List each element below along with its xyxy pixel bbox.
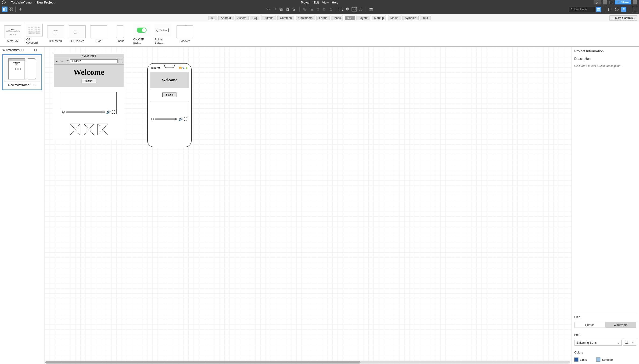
breadcrumb-project[interactable]: Test Wireframe (11, 1, 32, 4)
color-selection[interactable]: Selection (596, 358, 614, 362)
zoom-fit-icon[interactable] (358, 6, 363, 12)
font-size-select[interactable]: 13▽ (623, 340, 636, 346)
skin-sketch[interactable]: Sketch (574, 322, 605, 328)
library-item-picker[interactable]: · · ·— — —· · ·iOS Picker (69, 26, 86, 43)
category-layout[interactable]: Layout (356, 16, 370, 20)
clipboard-icon[interactable] (291, 6, 297, 12)
category-icons[interactable]: Icons (331, 16, 343, 20)
inspector-title: Project Information (574, 49, 636, 53)
skin-label: Skin (574, 315, 636, 319)
svg-point-28 (22, 50, 22, 51)
toggle-library-icon[interactable] (596, 7, 601, 12)
canvas[interactable]: A Web Page ← → ⟳ https:// ☰ Welcome Butt… (45, 47, 571, 364)
category-ios[interactable]: iOS (345, 16, 355, 20)
copy-icon[interactable] (278, 6, 284, 12)
library-item-keyboard[interactable]: ▢▢▢▢▢▢▢▢▢▢▢▢▢▢▢▢▢▢▢▢▢▢▢▢▢▢▢▢▢▢▢▢iOS Keyb… (26, 24, 43, 44)
svg-rect-8 (280, 9, 282, 10)
account-avatar[interactable] (633, 0, 637, 4)
menu-edit[interactable]: Edit (314, 1, 319, 4)
library-item-ipad[interactable]: iPad (90, 26, 107, 43)
add-wireframe-icon[interactable]: + (18, 6, 23, 12)
zoom-actual-icon[interactable]: 1:1 (352, 7, 357, 12)
category-all[interactable]: All (209, 16, 217, 20)
quick-add-input[interactable]: Quick Add (569, 7, 594, 12)
more-controls-button[interactable]: More Controls... (609, 16, 637, 20)
lock-icon[interactable] (328, 6, 334, 12)
menu-project[interactable]: Project (301, 1, 310, 4)
play-icon (62, 111, 65, 114)
font-family-select[interactable]: Balsamiq Sans▽ (574, 340, 622, 346)
library-item-pointy[interactable]: ButtonPointy Butto... (155, 24, 172, 44)
category-containers[interactable]: Containers (296, 16, 315, 20)
category-big[interactable]: Big (250, 16, 259, 20)
svg-point-33 (35, 85, 36, 85)
svg-rect-19 (330, 9, 332, 10)
user-avatar[interactable] (603, 0, 607, 4)
mock-iphone[interactable]: 09:52 AM 📶 📡 🔋 Welcome Button 🔊 ⛶ (147, 63, 192, 147)
comments-icon[interactable] (609, 0, 613, 4)
view-panels-icon[interactable] (2, 6, 8, 12)
library-item-alert[interactable]: AlertAlert text goes hereNo YesAlert Box (4, 26, 21, 43)
ungroup-icon[interactable] (309, 6, 314, 12)
category-text[interactable]: Text (420, 16, 430, 20)
nav-reload-icon: ⟳ (66, 59, 69, 63)
main-toolbar: + 1:1 Quick Add (0, 5, 639, 14)
mock-media-player: 🔊 ⛶ (61, 92, 117, 114)
svg-point-31 (34, 84, 34, 84)
thumb-view-icon[interactable] (34, 48, 37, 52)
nav-menu-icon: ☰ (119, 59, 122, 63)
paste-icon[interactable] (285, 6, 291, 12)
svg-rect-13 (303, 8, 305, 9)
group-icon[interactable] (302, 6, 308, 12)
send-back-icon[interactable] (322, 6, 327, 12)
menu-view[interactable]: View (322, 1, 329, 4)
svg-point-0 (617, 2, 618, 2)
category-common[interactable]: Common (277, 16, 295, 20)
info-icon[interactable] (614, 6, 619, 12)
description-field[interactable]: Click here to edit project description. (574, 64, 636, 68)
breadcrumb-page[interactable]: New Project (37, 1, 55, 4)
app-icon[interactable]: ☺ (2, 0, 6, 4)
mock-browser-window[interactable]: A Web Page ← → ⟳ https:// ☰ Welcome Butt… (54, 54, 124, 140)
view-grid-icon[interactable] (8, 6, 14, 12)
library-item-menu[interactable]: — —— —— —iOS Menu (47, 26, 64, 43)
category-forms[interactable]: Forms (316, 16, 330, 20)
zoom-in-icon[interactable] (345, 6, 351, 12)
volume-icon: 🔊 (178, 117, 183, 121)
svg-rect-30 (34, 49, 37, 51)
undo-icon[interactable] (265, 6, 271, 12)
svg-rect-7 (11, 10, 13, 11)
category-buttons[interactable]: Buttons (261, 16, 276, 20)
bring-front-icon[interactable] (315, 6, 321, 12)
list-view-icon[interactable] (39, 48, 42, 52)
menu-help[interactable]: Help (332, 1, 338, 4)
library-item-switch[interactable]: ON/OFF Swit... (133, 24, 150, 44)
volume-icon: 🔊 (106, 110, 111, 114)
category-media[interactable]: Media (388, 16, 401, 20)
library-item-iphone[interactable]: iPhone (112, 26, 129, 43)
menubar-top: ☺ > Test Wireframe > New Project Project… (0, 0, 639, 5)
skin-wireframe[interactable]: Wireframe (605, 322, 636, 328)
fullscreen-presentation-icon[interactable] (632, 7, 637, 12)
svg-rect-5 (11, 8, 13, 9)
redo-icon[interactable] (272, 6, 277, 12)
properties-panel-icon[interactable] (621, 7, 626, 12)
share-button[interactable]: Share (615, 0, 631, 4)
category-assets[interactable]: Assets (235, 16, 249, 20)
edit-mode-icon[interactable] (594, 0, 601, 4)
comments-panel-icon[interactable] (607, 6, 612, 12)
library-item-popover[interactable]: Popover (176, 26, 193, 43)
category-android[interactable]: Android (218, 16, 234, 20)
color-links[interactable]: Links (574, 358, 587, 362)
svg-point-34 (72, 60, 73, 62)
skin-toggle[interactable]: Sketch Wireframe (574, 322, 636, 328)
canvas-scrollbar[interactable] (45, 361, 570, 364)
category-markup[interactable]: Markup (372, 16, 387, 20)
branch-icon[interactable] (33, 84, 36, 86)
branch-icon[interactable] (21, 48, 24, 52)
trash-icon[interactable] (368, 6, 374, 12)
zoom-out-icon[interactable] (339, 6, 344, 12)
wireframe-thumbnail[interactable]: ○ ○ ○ Welcome— New Wireframe 1 (2, 54, 42, 90)
mock-phone-button: Button (162, 92, 177, 97)
category-symbols[interactable]: Symbols (402, 16, 419, 20)
